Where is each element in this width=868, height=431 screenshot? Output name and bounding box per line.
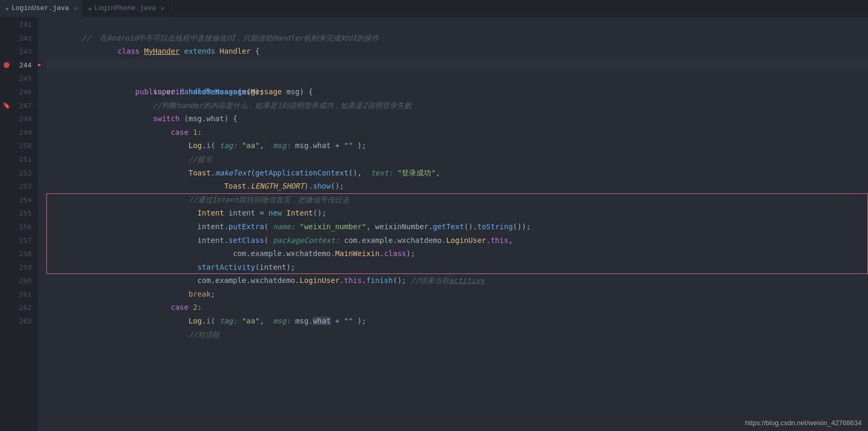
ln-249: 249 [13,126,32,140]
java-icon-1: ☕ [5,5,9,12]
ln-248: 248 [13,112,32,126]
type-toast2: Toast [224,182,246,190]
ln-252: 252 [13,166,32,180]
tab-label-1: LoginUser.java [12,4,69,12]
editor-container: ☕ LoginUser.java ✕ ☕ LoginPhone.java ✕ [0,0,868,431]
fn-handleMessage: handleMessage [189,87,247,96]
plain-262c: , [260,317,273,325]
plain-249c: , [260,141,273,150]
watermark: https://blog.csdn.net/weixin_42768634 [745,419,862,427]
plain-251b: (), [348,169,370,177]
gutter-icon-262 [0,301,13,315]
plain-254a: intent = [224,209,268,217]
indent-242 [82,47,117,55]
comment-246: //判断hander的内容是什么，如果是1则说明登录成功，如果是2说明登录失败 [82,101,411,110]
indent-249 [82,141,188,150]
indent-251 [82,169,188,177]
gutter-icon-244 [0,58,13,72]
type-toast1: Toast [189,169,211,177]
line-numbers-col: 241 242 243 244 245 246 247 248 249 250 … [13,18,36,431]
plain-259a: . [339,276,344,285]
breakpoint-icon-244 [4,62,9,68]
plain-259b: . [362,276,366,285]
type-loginuser2: LoginUser [299,276,339,285]
gutter-icon-245 [0,72,13,85]
tab-close-1[interactable]: ✕ [74,5,77,12]
num-2: 2 [193,303,197,311]
tab-close-2[interactable]: ✕ [161,5,164,12]
plain-262e: + [331,317,344,325]
comment-actitivy: actitivy [449,276,484,285]
gutter-icon-263 [0,315,13,328]
fn-putextra: putExtra [229,222,264,231]
var-what-249: what [313,141,331,150]
plain-261 [189,303,193,311]
ln-254: 254 [13,193,32,207]
plain-254b [282,209,286,217]
indent-244 [82,87,135,96]
indent-262 [82,317,188,325]
gutter-icon-258 [0,247,13,261]
plain-255d: (). [464,222,477,231]
str-aa2: "aa" [242,317,260,325]
plain-249a: ( [211,141,220,150]
kw-case1: case [171,128,189,136]
hint-name1: name: [273,222,295,231]
ln-250: 250 [13,139,32,153]
var-what: what [206,114,224,123]
ln-245: 245 [13,72,32,85]
java-icon-2: ☕ [88,5,92,12]
type-intent2: Intent [286,209,313,217]
type-log1: Log [189,141,202,150]
indent-260 [82,290,188,298]
sp244b [184,87,188,96]
code-line-245: super.handleMessage(msg); [46,72,868,85]
str-success: "登录成功" [397,169,436,177]
type-message: Message [251,87,282,96]
gutter-icon-251 [0,153,13,166]
gutter-icon-255 [0,207,13,220]
plain-247b: ) { [224,114,237,123]
comment-250: //提示 [82,155,212,163]
gutter-icon-243 [0,45,13,58]
gutter-icon-257 [0,234,13,248]
code-area[interactable]: // 在Android中不可以在线程中直接修改UI，只能借助Handler机制来… [38,17,868,431]
ln-255: 255 [13,207,32,220]
punct-242: { [251,47,260,55]
ln-243: 243 [13,45,32,58]
punct-248: : [198,128,202,136]
fn-gettext: getText [433,222,464,231]
ln-251: 251 [13,153,32,166]
plain-255a: ( [264,222,273,231]
gutter-icon-249 [0,126,13,140]
fn-finish: finish [366,276,393,285]
plain-247a: (msg. [180,114,207,123]
gutter-icon-241 [0,18,13,32]
ln-247: 247 [13,99,32,113]
kw-switch: switch [153,114,180,123]
type-handler: Handler [220,47,251,55]
code-line-254: Intent intent = new Intent(); [46,193,868,207]
gutter-icon-253 [0,180,13,193]
gutter-icon-256 [0,220,13,234]
type-mainweixin: MainWeixin [335,249,379,258]
ln-246: 246 [13,85,32,99]
arrow-244: ➤ [38,58,42,72]
kw-break: break [189,290,211,298]
plain-252a: ). [304,182,313,190]
indent-256: intent. [91,236,228,244]
indent-255: intent. [91,222,228,231]
ln-260: 260 [13,274,32,288]
indent-248 [82,128,171,136]
red-box-group: Intent intent = new Intent(); intent.put… [46,193,868,275]
fn-getappctx: getApplicationContext [255,169,348,177]
sp244a [162,87,166,96]
sp242c [215,47,219,55]
plain-260: ; [211,290,215,298]
bookmark-icon-247: 🔖 [3,102,11,110]
tab-loginuser[interactable]: ☕ LoginUser.java ✕ [0,0,83,17]
gutter-icon-242 [0,32,13,45]
tab-loginphone[interactable]: ☕ LoginPhone.java ✕ [83,0,170,17]
hint-tag2: tag: [220,317,238,325]
ln-258: 258 [13,247,32,261]
